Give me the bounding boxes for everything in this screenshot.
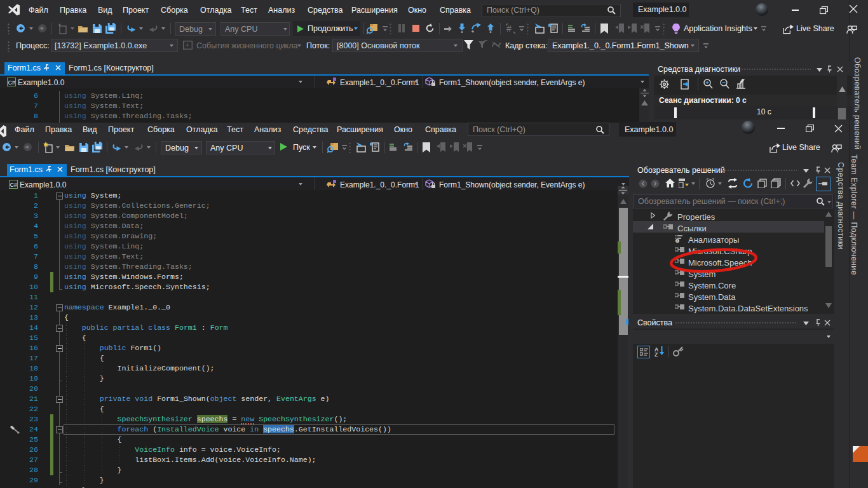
- svg-text:#: #: [506, 24, 512, 34]
- svg-text:C#: C#: [8, 79, 16, 86]
- svg-text:C#: C#: [10, 182, 18, 188]
- svg-text:Z: Z: [654, 351, 658, 357]
